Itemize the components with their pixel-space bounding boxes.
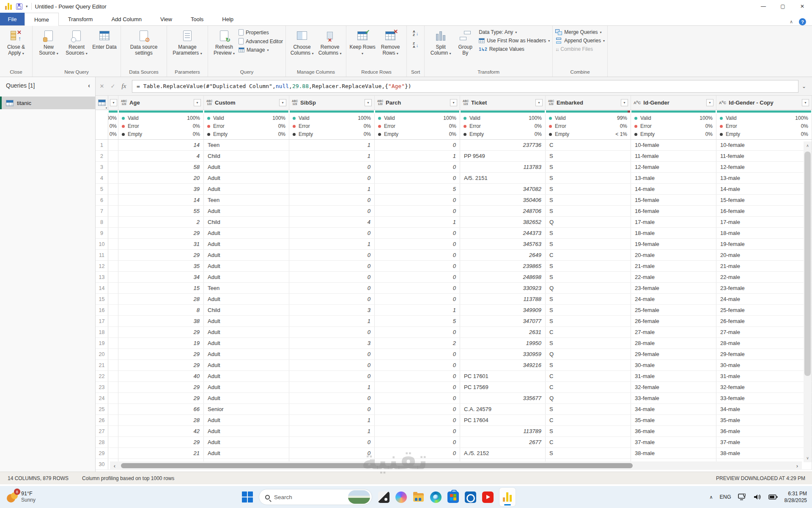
table-cell[interactable]: 32-female — [631, 382, 716, 392]
table-cell[interactable]: 0 — [289, 250, 375, 260]
table-cell[interactable]: 2631 — [460, 327, 546, 337]
table-cell[interactable]: 12-female — [631, 162, 716, 172]
properties-button[interactable]: Properties — [239, 29, 283, 36]
table-cell[interactable]: 0 — [375, 140, 460, 150]
table-cell[interactable]: 0 — [375, 415, 460, 425]
table-cell[interactable]: S — [546, 294, 631, 304]
table-cell[interactable]: 248706 — [460, 206, 546, 216]
table-cell[interactable]: 0 — [289, 404, 375, 414]
table-cell[interactable]: Adult — [204, 382, 289, 392]
table-cell[interactable]: 28-male — [716, 338, 812, 348]
table-cell[interactable]: 0 — [289, 448, 375, 458]
table-cell[interactable]: 66 — [118, 404, 204, 414]
recent-sources-button[interactable]: Recent Sources ▾ — [63, 28, 90, 56]
table-cell[interactable]: 0 — [375, 162, 460, 172]
horizontal-scroll-thumb[interactable] — [121, 463, 633, 468]
table-cell[interactable]: 29-female — [631, 349, 716, 359]
table-cell[interactable]: 3 — [289, 338, 375, 348]
table-cell[interactable]: 330923 — [460, 283, 546, 293]
table-cell[interactable]: Adult — [204, 393, 289, 403]
close-button[interactable]: ✕ — [793, 0, 812, 13]
refresh-preview-button[interactable]: ↻ Refresh Preview ▾ — [211, 28, 238, 56]
merge-queries-button[interactable]: Merge Queries ▾ — [555, 29, 605, 35]
filter-dropdown-icon[interactable]: ▼ — [706, 99, 713, 106]
search-box[interactable]: Search — [259, 489, 372, 505]
volume-icon[interactable] — [753, 494, 762, 500]
table-cell[interactable]: 23-female — [716, 283, 812, 293]
save-icon[interactable] — [16, 3, 22, 10]
table-cell[interactable]: 28-male — [631, 338, 716, 348]
table-cell[interactable]: 1 — [289, 151, 375, 161]
table-cell[interactable]: 2 — [118, 217, 204, 227]
table-cell[interactable]: 0 — [375, 327, 460, 337]
table-cell[interactable]: 0 — [289, 393, 375, 403]
table-cell[interactable]: Adult — [204, 360, 289, 370]
column-header-age[interactable]: ABC123Age▼ — [118, 96, 204, 110]
taskbar-app-dark-icon[interactable] — [378, 491, 390, 503]
row-number[interactable]: 11 — [96, 250, 108, 260]
formula-expand-icon[interactable]: ⌄ — [798, 83, 809, 89]
column-header-ticket[interactable]: ABC123Ticket▼ — [460, 96, 546, 110]
row-number[interactable]: 1 — [96, 140, 108, 150]
row-number[interactable]: 20 — [96, 349, 108, 359]
row-number[interactable]: 16 — [96, 305, 108, 315]
table-cell[interactable]: 25-female — [716, 305, 812, 315]
column-header-parch[interactable]: ABC123Parch▼ — [375, 96, 460, 110]
table-cell[interactable]: 23-female — [631, 283, 716, 293]
tab-tools[interactable]: Tools — [181, 13, 213, 25]
table-cell[interactable]: 21 — [118, 448, 204, 458]
table-cell[interactable]: 0 — [289, 206, 375, 216]
filter-dropdown-icon[interactable]: ▼ — [535, 99, 543, 106]
table-cell[interactable]: S — [546, 448, 631, 458]
replace-values-button[interactable]: 1↳2Replace Values — [479, 46, 550, 52]
collapse-ribbon-icon[interactable]: ∧ — [790, 19, 793, 25]
table-cell[interactable]: 55 — [118, 206, 204, 216]
table-cell[interactable]: Adult — [204, 173, 289, 183]
scroll-right-icon[interactable]: › — [793, 463, 802, 469]
table-cell[interactable]: 24-male — [716, 294, 812, 304]
table-cell[interactable]: 20-male — [716, 250, 812, 260]
table-cell[interactable]: 382652 — [460, 217, 546, 227]
table-cell[interactable]: 1 — [289, 316, 375, 326]
row-number[interactable]: 21 — [96, 360, 108, 370]
table-cell[interactable]: Q — [546, 283, 631, 293]
table-cell[interactable]: 26-female — [631, 316, 716, 326]
table-cell[interactable]: S — [546, 316, 631, 326]
table-cell[interactable]: Teen — [204, 140, 289, 150]
table-cell[interactable]: 347082 — [460, 184, 546, 194]
table-cell[interactable]: S — [546, 162, 631, 172]
enter-data-button[interactable]: Enter Data — [91, 28, 118, 50]
table-cell[interactable]: A./5. 2152 — [460, 448, 546, 458]
table-cell[interactable]: Child — [204, 151, 289, 161]
network-icon[interactable] — [738, 494, 746, 500]
table-cell[interactable]: 33-female — [716, 393, 812, 403]
table-cell[interactable]: 0 — [375, 228, 460, 238]
table-cell[interactable]: 38-male — [631, 448, 716, 458]
tab-help[interactable]: Help — [213, 13, 243, 25]
table-cell[interactable]: Adult — [204, 239, 289, 249]
table-cell[interactable]: 0 — [289, 228, 375, 238]
quick-access-dropdown-icon[interactable]: ▾ — [26, 4, 28, 8]
table-cell[interactable]: 0 — [289, 162, 375, 172]
table-cell[interactable]: 0 — [375, 250, 460, 260]
table-cell[interactable]: PP 9549 — [460, 151, 546, 161]
query-item-titanic[interactable]: titanic — [0, 97, 95, 109]
manage-parameters-button[interactable]: Manage Parameters ▾ — [170, 28, 205, 56]
formula-input[interactable]: = Table.ReplaceValue(#"Duplicated Column… — [132, 80, 798, 93]
table-cell[interactable]: Adult — [204, 261, 289, 271]
table-cell[interactable]: 24-male — [631, 294, 716, 304]
table-cell[interactable]: 29 — [118, 360, 204, 370]
row-number[interactable]: 6 — [96, 195, 108, 205]
table-cell[interactable]: 2677 — [460, 437, 546, 447]
table-cell[interactable]: 17-male — [631, 217, 716, 227]
tab-transform[interactable]: Transform — [59, 13, 102, 25]
table-cell[interactable]: 25-female — [631, 305, 716, 315]
filter-dropdown-icon[interactable]: ▼ — [279, 99, 286, 106]
table-cell[interactable]: 32-female — [716, 382, 812, 392]
table-cell[interactable]: 1 — [289, 239, 375, 249]
table-cell[interactable]: 0 — [289, 173, 375, 183]
table-cell[interactable]: 0 — [289, 272, 375, 282]
battery-icon[interactable] — [768, 494, 778, 500]
split-column-button[interactable]: Split Column ▾ — [427, 28, 454, 56]
table-cell[interactable]: 8 — [118, 305, 204, 315]
